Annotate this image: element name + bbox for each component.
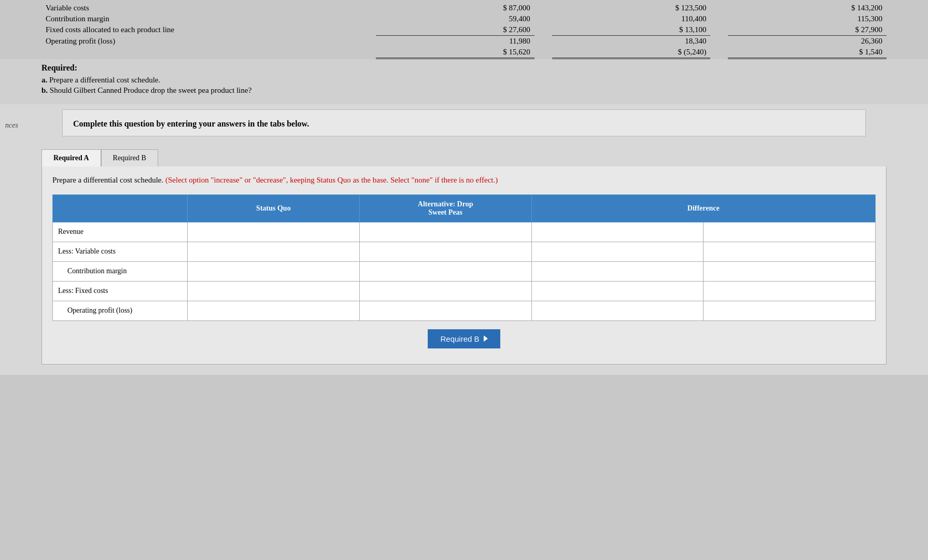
chevron-right-icon	[484, 335, 488, 342]
cm-diff2-input[interactable]	[706, 266, 873, 276]
revenue-label: Revenue	[53, 222, 188, 242]
vc-diff1-input[interactable]	[534, 246, 701, 257]
op-col2-total: $ (5,240)	[552, 47, 711, 59]
revenue-diff2-input[interactable]	[706, 227, 873, 237]
col-header-empty	[53, 194, 188, 222]
cm-diff1[interactable]	[531, 261, 704, 281]
fixed-costs-label: Fixed costs allocated to each product li…	[41, 24, 376, 36]
vc-alt-input[interactable]	[362, 246, 529, 257]
fc-sq-input[interactable]	[190, 286, 357, 296]
fc-diff2[interactable]	[704, 281, 876, 301]
vc-diff2-input[interactable]	[706, 246, 873, 257]
content-border: Prepare a differential cost schedule. (S…	[41, 166, 887, 365]
bottom-nav: Required B	[52, 329, 876, 354]
fc-col3: $ 27,900	[728, 24, 887, 36]
fc-status-quo[interactable]	[188, 281, 360, 301]
revenue-sq-input[interactable]	[190, 227, 357, 237]
tab-required-b[interactable]: Required B	[101, 149, 158, 166]
page-wrapper: Variable costs $ 87,000 $ 123,500 $ 143,…	[0, 0, 928, 560]
complete-box: Complete this question by entering your …	[62, 109, 866, 136]
tabs-container: Required A Required B	[41, 149, 887, 166]
table-row: Contribution margin	[53, 261, 876, 281]
req-b-letter: b.	[41, 86, 48, 94]
variable-costs-label: Variable costs	[41, 3, 376, 13]
complete-text: Complete this question by entering your …	[73, 119, 309, 128]
variable-costs-row-label: Less: Variable costs	[53, 242, 188, 261]
cm-alternative[interactable]	[359, 261, 531, 281]
op-diff2-input[interactable]	[706, 305, 873, 316]
cm-row-label: Contribution margin	[53, 261, 188, 281]
complete-box-wrapper: Complete this question by entering your …	[0, 104, 928, 142]
vc-alternative[interactable]	[359, 242, 531, 261]
table-row: Operating profit (loss)	[53, 301, 876, 320]
fc-col2: $ 13,100	[552, 24, 711, 36]
required-section: nces Required: a. Prepare a differential…	[0, 59, 928, 104]
instruction-select: (Select option "increase" or "decrease",…	[165, 176, 498, 184]
required-b: b. Should Gilbert Canned Produce drop th…	[41, 86, 887, 95]
required-b-button-label: Required B	[440, 334, 479, 343]
vc-sq-input[interactable]	[190, 246, 357, 257]
required-a: a. Prepare a differential cost schedule.	[41, 76, 887, 85]
revenue-status-quo[interactable]	[188, 222, 360, 242]
op-sq-input[interactable]	[190, 305, 357, 316]
revenue-diff2[interactable]	[704, 222, 876, 242]
cm-sq-input[interactable]	[190, 266, 357, 276]
cm-diff2[interactable]	[704, 261, 876, 281]
vc-diff2[interactable]	[704, 242, 876, 261]
fc-row-label: Less: Fixed costs	[53, 281, 188, 301]
fc-diff1-input[interactable]	[534, 286, 701, 296]
vc-col2: $ 123,500	[552, 3, 711, 13]
cm-col1-sub: 59,400	[376, 13, 535, 24]
op-col2-sub: 18,340	[552, 36, 711, 47]
col-header-alternative: Alternative: DropSweet Peas	[359, 194, 531, 222]
fc-diff2-input[interactable]	[706, 286, 873, 296]
op-alt-input[interactable]	[362, 305, 529, 316]
col-header-difference: Difference	[531, 194, 876, 222]
revenue-alt-input[interactable]	[362, 227, 529, 237]
op-diff2[interactable]	[704, 301, 876, 320]
contribution-margin-label: Contribution margin	[41, 13, 376, 24]
instruction-text: Prepare a differential cost schedule. (S…	[52, 174, 876, 186]
fc-col1: $ 27,600	[376, 24, 535, 36]
req-a-letter: a.	[41, 76, 47, 84]
instruction-main: Prepare a differential cost schedule.	[52, 176, 165, 184]
revenue-diff1-input[interactable]	[534, 227, 701, 237]
op-status-quo[interactable]	[188, 301, 360, 320]
table-row: Less: Fixed costs	[53, 281, 876, 301]
table-row: Revenue	[53, 222, 876, 242]
tab-required-a[interactable]: Required A	[41, 149, 101, 166]
cm-diff1-input[interactable]	[534, 266, 701, 276]
op-diff1[interactable]	[531, 301, 704, 320]
top-area: Variable costs $ 87,000 $ 123,500 $ 143,…	[0, 0, 928, 59]
vc-diff1[interactable]	[531, 242, 704, 261]
tabs-area: Required A Required B	[0, 142, 928, 166]
fc-alt-input[interactable]	[362, 286, 529, 296]
cm-col3-sub: 115,300	[728, 13, 887, 24]
fc-diff1[interactable]	[531, 281, 704, 301]
op-diff1-input[interactable]	[534, 305, 701, 316]
op-col3-total: $ 1,540	[728, 47, 887, 59]
op-row-label: Operating profit (loss)	[53, 301, 188, 320]
table-row: Less: Variable costs	[53, 242, 876, 261]
fc-alternative[interactable]	[359, 281, 531, 301]
tab-required-a-label: Required A	[53, 154, 89, 162]
op-alternative[interactable]	[359, 301, 531, 320]
op-col3-sub: 26,360	[728, 36, 887, 47]
cm-alt-input[interactable]	[362, 266, 529, 276]
revenue-alternative[interactable]	[359, 222, 531, 242]
vc-col1: $ 87,000	[376, 3, 535, 13]
col-header-status-quo: Status Quo	[188, 194, 360, 222]
cm-status-quo[interactable]	[188, 261, 360, 281]
data-table: Status Quo Alternative: DropSweet Peas D…	[52, 194, 876, 321]
operating-profit-label: Operating profit (loss)	[41, 36, 376, 47]
required-b-button[interactable]: Required B	[428, 329, 500, 348]
financial-table: Variable costs $ 87,000 $ 123,500 $ 143,…	[41, 3, 887, 59]
nces-label: nces	[5, 121, 18, 130]
tab-required-b-label: Required B	[113, 154, 146, 162]
op-loss-label	[41, 47, 376, 59]
revenue-diff1[interactable]	[531, 222, 704, 242]
vc-status-quo[interactable]	[188, 242, 360, 261]
main-content: Prepare a differential cost schedule. (S…	[0, 166, 928, 375]
required-heading: Required:	[41, 63, 887, 73]
cm-col2-sub: 110,400	[552, 13, 711, 24]
